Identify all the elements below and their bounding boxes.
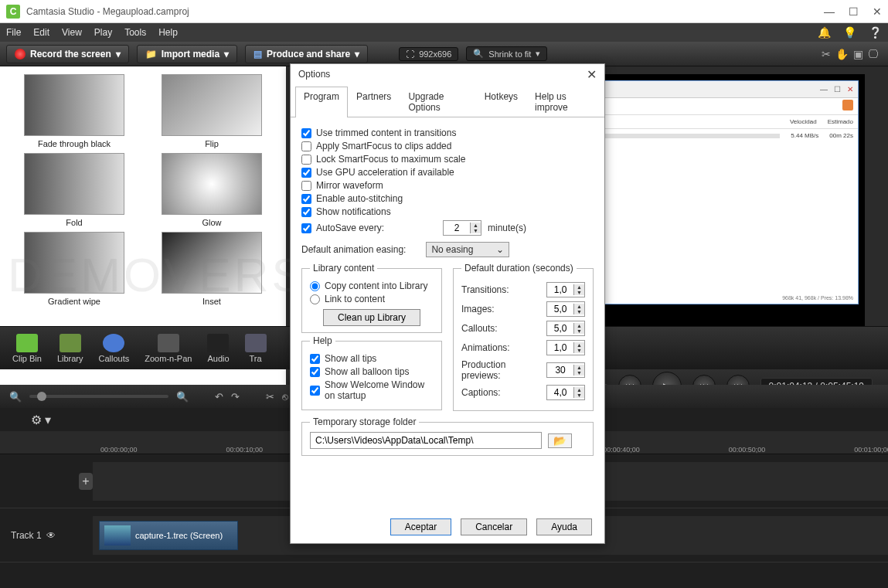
gear-icon xyxy=(842,100,853,110)
chk-mirror[interactable]: Mirror waveform xyxy=(301,180,594,191)
tab-zoom-pan[interactable]: Zoom-n-Pan xyxy=(145,334,192,363)
tab-library[interactable]: Library xyxy=(57,334,83,363)
search-icon: 🔍 xyxy=(473,49,484,59)
zoom-out-icon[interactable]: 🔍 xyxy=(9,391,22,403)
window-title: Camtasia Studio - Megaupload.camproj xyxy=(26,6,189,17)
minimize-button[interactable]: — xyxy=(824,5,835,18)
tab-improve[interactable]: Help us improve xyxy=(526,87,600,117)
hand-icon[interactable]: ✋ xyxy=(835,48,849,60)
clean-library-button[interactable]: Clean up Library xyxy=(323,309,420,326)
temp-legend: Temporary storage folder xyxy=(310,416,419,427)
temp-path-input[interactable] xyxy=(310,432,542,449)
chk-welcome-window[interactable]: Show Welcome Window on startup xyxy=(310,379,434,401)
easing-select[interactable]: No easing⌄ xyxy=(426,242,509,257)
radio-copy-library[interactable]: Copy content into Library xyxy=(310,280,434,291)
tab-callouts[interactable]: Callouts xyxy=(99,334,130,363)
browse-folder-button[interactable]: 📂 xyxy=(548,433,572,448)
cut-icon[interactable]: ✂ xyxy=(266,391,274,403)
options-dialog: Options ✕ Program Partners Upgrade Optio… xyxy=(290,63,605,544)
preview-footer: 968k 41, 968k / Pres: 13.98% xyxy=(782,295,853,301)
bell-icon[interactable]: 🔔 xyxy=(818,26,831,39)
app-icon: C xyxy=(6,5,20,19)
library-legend: Library content xyxy=(310,263,377,274)
menu-edit[interactable]: Edit xyxy=(33,27,49,38)
menu-tools[interactable]: Tools xyxy=(124,27,146,38)
chk-stitch[interactable]: Enable auto-stitching xyxy=(301,193,594,204)
maximize-button[interactable]: ☐ xyxy=(849,5,859,18)
chk-autosave[interactable]: AutoSave every: xyxy=(301,223,384,233)
dur-animations[interactable]: ▲▼ xyxy=(546,340,585,355)
dialog-tabs: Program Partners Upgrade Options Hotkeys… xyxy=(291,84,604,117)
help-legend: Help xyxy=(310,335,335,346)
eye-icon[interactable]: 👁 xyxy=(46,530,56,541)
menu-play[interactable]: Play xyxy=(94,27,112,38)
transition-item[interactable]: Gradient wipe xyxy=(8,232,141,306)
close-button[interactable]: ✕ xyxy=(873,5,882,18)
dialog-close-button[interactable]: ✕ xyxy=(587,67,597,82)
record-icon xyxy=(15,49,26,59)
tab-clip-bin[interactable]: Clip Bin xyxy=(12,334,42,363)
tab-upgrade[interactable]: Upgrade Options xyxy=(400,87,475,117)
tab-more[interactable]: Tra xyxy=(245,334,267,363)
chk-trimmed[interactable]: Use trimmed content in transitions xyxy=(301,127,594,138)
add-track-button[interactable]: + xyxy=(79,473,93,490)
tab-program[interactable]: Program xyxy=(295,87,348,117)
autosave-spinner[interactable]: ▲▼ xyxy=(443,220,481,236)
dur-images[interactable]: ▲▼ xyxy=(546,301,585,317)
produce-share-button[interactable]: ▤Produce and share ▾ xyxy=(245,45,368,63)
fit-mode-box[interactable]: 🔍Shrink to fit ▾ xyxy=(466,46,547,61)
bulb-icon[interactable]: 💡 xyxy=(843,26,856,39)
ok-button[interactable]: Aceptar xyxy=(390,518,451,535)
zoom-in-icon[interactable]: 🔍 xyxy=(176,391,189,403)
tab-partners[interactable]: Partners xyxy=(348,87,400,117)
tab-audio[interactable]: Audio xyxy=(207,334,229,363)
chk-balloon-tips[interactable]: Show all balloon tips xyxy=(310,366,434,377)
cancel-button[interactable]: Cancelar xyxy=(461,518,527,535)
chk-show-tips[interactable]: Show all tips xyxy=(310,353,434,364)
screen-icon[interactable]: 🖵 xyxy=(868,48,879,60)
menubar: File Edit View Play Tools Help 🔔 💡 ❔ xyxy=(0,23,888,42)
duration-legend: Default duration (seconds) xyxy=(461,263,577,274)
dur-captions[interactable]: ▲▼ xyxy=(546,385,585,400)
menu-file[interactable]: File xyxy=(6,27,21,38)
tab-hotkeys[interactable]: Hotkeys xyxy=(476,87,526,117)
help-button[interactable]: Ayuda xyxy=(536,518,592,535)
chk-gpu[interactable]: Use GPU acceleration if available xyxy=(301,167,594,178)
transition-item[interactable]: Glow xyxy=(145,153,278,227)
dur-production[interactable]: ▲▼ xyxy=(546,362,585,378)
chk-smartfocus[interactable]: Apply SmartFocus to clips added xyxy=(301,141,594,151)
undo-icon[interactable]: ↶ xyxy=(215,391,223,403)
autosave-unit: minute(s) xyxy=(488,223,526,233)
transition-item[interactable]: Fold xyxy=(8,153,141,227)
folder-icon: 📁 xyxy=(145,49,157,59)
zoom-slider[interactable] xyxy=(29,395,168,398)
help-icon[interactable]: ❔ xyxy=(869,26,882,39)
timeline-clip[interactable]: capture-1.trec (Screen) xyxy=(99,521,238,550)
film-icon: ▤ xyxy=(253,49,262,59)
transition-item[interactable]: Flip xyxy=(145,74,278,148)
transition-item[interactable]: Inset xyxy=(145,232,278,306)
window-titlebar: C Camtasia Studio - Megaupload.camproj —… xyxy=(0,0,888,23)
menu-help[interactable]: Help xyxy=(158,27,178,38)
redo-icon[interactable]: ↷ xyxy=(231,391,240,403)
track-1-header[interactable]: Track 1 👁 xyxy=(0,530,93,541)
chk-notifications[interactable]: Show notifications xyxy=(301,206,594,217)
easing-label: Default animation easing: xyxy=(301,244,406,255)
record-screen-button[interactable]: Record the screen ▾ xyxy=(6,45,129,63)
dur-transitions[interactable]: ▲▼ xyxy=(546,282,585,297)
canvas-size-box[interactable]: ⛶992x696 xyxy=(399,47,458,61)
split-icon[interactable]: ⎋ xyxy=(282,391,288,403)
dur-callouts[interactable]: ▲▼ xyxy=(546,321,585,336)
resize-icon: ⛶ xyxy=(406,49,414,59)
dialog-title: Options ✕ xyxy=(291,64,604,84)
chk-lock-smartfocus[interactable]: Lock SmartFocus to maximum scale xyxy=(301,154,594,165)
full-icon[interactable]: ▣ xyxy=(853,48,863,60)
import-media-button[interactable]: 📁Import media ▾ xyxy=(137,45,237,63)
crop-icon[interactable]: ✂ xyxy=(822,48,831,60)
transition-item[interactable]: Fade through black xyxy=(8,74,141,148)
radio-link-content[interactable]: Link to content xyxy=(310,294,434,304)
timeline-gear-icon[interactable]: ⚙ ▾ xyxy=(31,413,51,427)
menu-view[interactable]: View xyxy=(62,27,82,38)
